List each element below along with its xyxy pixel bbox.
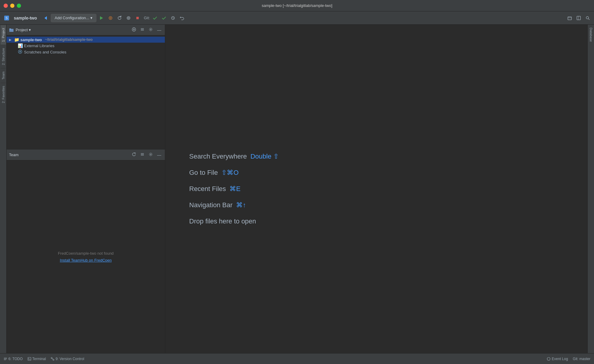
main-layout: 1: Project 2: Structure Team 2: Favorite…	[0, 25, 594, 353]
project-button[interactable]	[566, 14, 574, 22]
tree-item-external-libraries[interactable]: 📊 External Libraries	[15, 43, 165, 49]
svg-point-40	[547, 357, 550, 360]
folder-icon-root: 📁	[14, 37, 19, 42]
shortcut-label-search: Search Everywhere	[189, 153, 247, 160]
sidebar-item-team-left[interactable]: Team	[1, 68, 6, 83]
svg-rect-8	[136, 17, 139, 19]
tree-path-root: ~/trial/trialgitlab/sample-two	[45, 38, 93, 42]
team-minimize-button[interactable]: —	[156, 152, 162, 158]
tree-name-scratches: Scratches and Consoles	[24, 50, 66, 54]
svg-point-24	[150, 29, 151, 30]
terminal-icon	[28, 357, 31, 361]
left-tab-label-project: 1: Project	[2, 28, 5, 42]
status-git[interactable]: Git: master	[573, 357, 590, 361]
project-dropdown-arrow: ▾	[29, 28, 31, 32]
shortcut-row-recent-files: Recent Files ⌘E	[189, 185, 241, 193]
add-config-label: Add Configuration...	[55, 16, 89, 20]
shortcut-label-goto-file: Go to File	[189, 169, 218, 177]
svg-point-14	[586, 17, 589, 19]
window-title: sample-two [~/trial/trialgitlab/sample-t…	[262, 3, 332, 8]
tree-item-root[interactable]: ▶ 📁 sample-two ~/trial/trialgitlab/sampl…	[7, 37, 165, 43]
version-control-icon	[51, 357, 54, 361]
project-add-button[interactable]	[131, 27, 137, 33]
status-todo[interactable]: 6: TODO	[4, 357, 23, 361]
team-install-link[interactable]: Install TeamHub on FredCoen	[60, 258, 111, 262]
project-panel-title-text: Project	[16, 28, 28, 32]
shortcut-row-goto-file: Go to File ⇧⌘O	[189, 169, 239, 177]
svg-marker-2	[44, 16, 47, 20]
git-check2-button[interactable]	[160, 14, 168, 22]
library-icon: 📊	[17, 43, 23, 48]
team-content: FredCoen/sample-two not found Install Te…	[7, 160, 165, 353]
title-bar: sample-two [~/trial/trialgitlab/sample-t…	[0, 0, 594, 11]
todo-label: 6: TODO	[8, 357, 23, 361]
left-tab-label-structure: 2: Structure	[2, 48, 5, 65]
svg-point-7	[128, 17, 129, 19]
git-check1-button[interactable]	[151, 14, 159, 22]
svg-text:S: S	[6, 17, 8, 20]
debug-button[interactable]	[107, 14, 114, 22]
drop-files-text: Drop files here to open	[189, 217, 256, 225]
history-button[interactable]	[169, 14, 177, 22]
layout-button[interactable]	[575, 14, 583, 22]
svg-line-15	[588, 19, 589, 20]
project-settings2-button[interactable]	[139, 27, 146, 33]
close-button[interactable]	[4, 4, 8, 8]
left-tab-label-team: Team	[2, 71, 5, 80]
team-gear-button[interactable]	[147, 152, 154, 158]
stop-button[interactable]	[134, 14, 141, 22]
tree-name-external-libraries: External Libraries	[24, 44, 54, 48]
editor-area: Search Everywhere Double ⇧ Go to File ⇧⌘…	[165, 25, 587, 353]
version-control-label: 9: Version Control	[56, 357, 84, 361]
maximize-button[interactable]	[17, 4, 21, 8]
team-panel-header: Team —	[7, 150, 165, 160]
folder-icon	[9, 28, 14, 32]
tree-item-scratches[interactable]: Scratches and Consoles	[15, 49, 165, 56]
left-tab-label-favorites: 2: Favorites	[2, 86, 5, 103]
project-tree[interactable]: ▶ 📁 sample-two ~/trial/trialgitlab/sampl…	[7, 35, 165, 150]
project-minimize-button[interactable]: —	[156, 27, 162, 33]
status-terminal[interactable]: Terminal	[28, 357, 46, 361]
team-not-found-text: FredCoen/sample-two not found	[58, 251, 114, 256]
svg-point-37	[51, 357, 52, 359]
sidebar-item-structure[interactable]: 2: Structure	[1, 45, 6, 68]
project-gear-button[interactable]	[147, 27, 154, 33]
status-version-control[interactable]: 9: Version Control	[51, 357, 84, 361]
svg-rect-12	[577, 16, 580, 20]
right-tab-label-database: Database	[589, 28, 593, 42]
minimize-button[interactable]	[10, 4, 14, 8]
team-settings2-button[interactable]	[139, 152, 146, 158]
app-name: sample-two	[14, 16, 37, 20]
project-panel-title[interactable]: Project ▾	[16, 28, 31, 32]
left-tabs: 1: Project 2: Structure Team 2: Favorite…	[0, 25, 7, 353]
left-panel: Project ▾ — ▶ 📁 sample-t	[7, 25, 165, 353]
status-event-log[interactable]: Event Log	[547, 357, 568, 361]
terminal-label: Terminal	[32, 357, 46, 361]
todo-icon	[4, 357, 7, 361]
svg-marker-3	[100, 16, 103, 20]
team-refresh-button[interactable]	[131, 152, 137, 158]
svg-marker-10	[180, 17, 181, 18]
search-button[interactable]	[584, 14, 592, 22]
svg-rect-17	[9, 29, 11, 29]
coverage-button[interactable]	[125, 14, 132, 22]
svg-rect-11	[568, 17, 571, 20]
status-bar: 6: TODO Terminal 9: Version Control Even…	[0, 353, 594, 364]
scratches-icon	[17, 49, 23, 55]
tree-arrow-root: ▶	[9, 38, 13, 41]
undo-button[interactable]	[178, 14, 186, 22]
sidebar-item-database[interactable]: Database	[588, 25, 594, 45]
sidebar-item-favorites[interactable]: 2: Favorites	[1, 83, 6, 106]
app-icon: S	[2, 14, 11, 22]
add-configuration-button[interactable]: Add Configuration... ▾	[51, 14, 96, 22]
event-log-label: Event Log	[552, 357, 568, 361]
shortcut-label-recent-files: Recent Files	[189, 185, 226, 193]
back-button[interactable]	[42, 14, 50, 22]
run-button[interactable]	[98, 14, 105, 22]
git-status-label: Git: master	[573, 357, 590, 361]
window-controls	[4, 4, 21, 8]
shortcut-key-search: Double ⇧	[250, 153, 279, 160]
sidebar-item-project[interactable]: 1: Project	[1, 25, 6, 45]
drop-files-row: Drop files here to open	[189, 217, 256, 225]
rerun-button[interactable]	[116, 14, 123, 22]
